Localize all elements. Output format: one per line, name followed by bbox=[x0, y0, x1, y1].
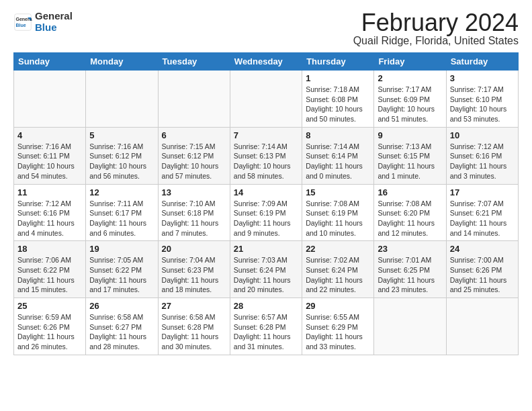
day-info: Sunrise: 7:02 AM Sunset: 6:24 PM Dayligh… bbox=[306, 255, 370, 295]
calendar-cell: 29Sunrise: 6:55 AM Sunset: 6:29 PM Dayli… bbox=[302, 298, 374, 355]
day-number: 9 bbox=[378, 130, 442, 140]
day-info: Sunrise: 7:13 AM Sunset: 6:15 PM Dayligh… bbox=[378, 142, 442, 181]
day-info: Sunrise: 7:08 AM Sunset: 6:19 PM Dayligh… bbox=[306, 199, 370, 238]
calendar-cell: 9Sunrise: 7:13 AM Sunset: 6:15 PM Daylig… bbox=[374, 127, 446, 184]
day-info: Sunrise: 7:17 AM Sunset: 6:09 PM Dayligh… bbox=[378, 85, 442, 124]
day-info: Sunrise: 7:03 AM Sunset: 6:24 PM Dayligh… bbox=[234, 255, 298, 295]
calendar-day-header: Tuesday bbox=[158, 53, 230, 71]
day-info: Sunrise: 6:57 AM Sunset: 6:28 PM Dayligh… bbox=[234, 312, 298, 352]
day-info: Sunrise: 7:16 AM Sunset: 6:12 PM Dayligh… bbox=[89, 142, 154, 181]
title-block: February 2024 Quail Ridge, Florida, Unit… bbox=[353, 11, 519, 47]
calendar-day-header: Friday bbox=[374, 53, 446, 71]
calendar-day-header: Wednesday bbox=[230, 53, 302, 71]
calendar-cell: 19Sunrise: 7:05 AM Sunset: 6:22 PM Dayli… bbox=[86, 241, 158, 298]
calendar-cell bbox=[158, 71, 230, 128]
day-info: Sunrise: 7:07 AM Sunset: 6:21 PM Dayligh… bbox=[450, 199, 515, 238]
calendar-week-row: 18Sunrise: 7:06 AM Sunset: 6:22 PM Dayli… bbox=[14, 241, 519, 298]
day-info: Sunrise: 7:04 AM Sunset: 6:23 PM Dayligh… bbox=[162, 255, 226, 295]
day-info: Sunrise: 7:10 AM Sunset: 6:18 PM Dayligh… bbox=[162, 199, 226, 238]
calendar-cell bbox=[374, 298, 446, 355]
calendar-cell: 3Sunrise: 7:17 AM Sunset: 6:10 PM Daylig… bbox=[446, 71, 518, 128]
calendar-cell: 12Sunrise: 7:11 AM Sunset: 6:17 PM Dayli… bbox=[86, 184, 158, 241]
day-info: Sunrise: 7:06 AM Sunset: 6:22 PM Dayligh… bbox=[17, 255, 82, 295]
day-number: 23 bbox=[378, 244, 442, 254]
day-info: Sunrise: 7:15 AM Sunset: 6:12 PM Dayligh… bbox=[162, 142, 226, 181]
calendar-cell bbox=[230, 71, 302, 128]
day-number: 26 bbox=[89, 301, 154, 311]
day-number: 6 bbox=[162, 130, 226, 140]
day-info: Sunrise: 7:11 AM Sunset: 6:17 PM Dayligh… bbox=[89, 199, 154, 238]
day-info: Sunrise: 7:16 AM Sunset: 6:11 PM Dayligh… bbox=[17, 142, 82, 181]
calendar-cell: 23Sunrise: 7:01 AM Sunset: 6:25 PM Dayli… bbox=[374, 241, 446, 298]
day-info: Sunrise: 6:58 AM Sunset: 6:27 PM Dayligh… bbox=[89, 312, 154, 352]
calendar-week-row: 4Sunrise: 7:16 AM Sunset: 6:11 PM Daylig… bbox=[14, 127, 519, 184]
day-info: Sunrise: 7:14 AM Sunset: 6:13 PM Dayligh… bbox=[234, 142, 298, 181]
calendar-cell: 15Sunrise: 7:08 AM Sunset: 6:19 PM Dayli… bbox=[302, 184, 374, 241]
day-info: Sunrise: 7:00 AM Sunset: 6:26 PM Dayligh… bbox=[450, 255, 515, 295]
calendar-cell: 21Sunrise: 7:03 AM Sunset: 6:24 PM Dayli… bbox=[230, 241, 302, 298]
calendar-day-header: Sunday bbox=[14, 53, 86, 71]
calendar-cell: 2Sunrise: 7:17 AM Sunset: 6:09 PM Daylig… bbox=[374, 71, 446, 128]
calendar-day-header: Monday bbox=[86, 53, 158, 71]
day-number: 15 bbox=[306, 187, 370, 197]
day-info: Sunrise: 6:59 AM Sunset: 6:26 PM Dayligh… bbox=[17, 312, 82, 352]
day-number: 7 bbox=[234, 130, 298, 140]
day-info: Sunrise: 7:05 AM Sunset: 6:22 PM Dayligh… bbox=[89, 255, 154, 295]
calendar-cell: 14Sunrise: 7:09 AM Sunset: 6:19 PM Dayli… bbox=[230, 184, 302, 241]
day-number: 4 bbox=[17, 130, 82, 140]
calendar-cell bbox=[14, 71, 86, 128]
day-info: Sunrise: 6:58 AM Sunset: 6:28 PM Dayligh… bbox=[162, 312, 226, 352]
calendar-cell: 16Sunrise: 7:08 AM Sunset: 6:20 PM Dayli… bbox=[374, 184, 446, 241]
day-number: 22 bbox=[306, 244, 370, 254]
calendar-week-row: 25Sunrise: 6:59 AM Sunset: 6:26 PM Dayli… bbox=[14, 298, 519, 355]
calendar-day-header: Thursday bbox=[302, 53, 374, 71]
day-number: 21 bbox=[234, 244, 298, 254]
calendar-cell: 13Sunrise: 7:10 AM Sunset: 6:18 PM Dayli… bbox=[158, 184, 230, 241]
day-number: 17 bbox=[450, 187, 515, 197]
day-info: Sunrise: 7:01 AM Sunset: 6:25 PM Dayligh… bbox=[378, 255, 442, 295]
location-text: Quail Ridge, Florida, United States bbox=[353, 35, 519, 47]
day-info: Sunrise: 7:09 AM Sunset: 6:19 PM Dayligh… bbox=[234, 199, 298, 238]
calendar-table: SundayMondayTuesdayWednesdayThursdayFrid… bbox=[13, 52, 519, 355]
calendar-cell: 28Sunrise: 6:57 AM Sunset: 6:28 PM Dayli… bbox=[230, 298, 302, 355]
calendar-cell: 5Sunrise: 7:16 AM Sunset: 6:12 PM Daylig… bbox=[86, 127, 158, 184]
day-number: 28 bbox=[234, 301, 298, 311]
day-info: Sunrise: 7:12 AM Sunset: 6:16 PM Dayligh… bbox=[450, 142, 515, 181]
day-info: Sunrise: 7:17 AM Sunset: 6:10 PM Dayligh… bbox=[450, 85, 515, 124]
day-number: 11 bbox=[17, 187, 82, 197]
day-info: Sunrise: 7:12 AM Sunset: 6:16 PM Dayligh… bbox=[17, 199, 82, 238]
calendar-cell: 25Sunrise: 6:59 AM Sunset: 6:26 PM Dayli… bbox=[14, 298, 86, 355]
calendar-cell: 7Sunrise: 7:14 AM Sunset: 6:13 PM Daylig… bbox=[230, 127, 302, 184]
calendar-week-row: 11Sunrise: 7:12 AM Sunset: 6:16 PM Dayli… bbox=[14, 184, 519, 241]
calendar-cell: 27Sunrise: 6:58 AM Sunset: 6:28 PM Dayli… bbox=[158, 298, 230, 355]
calendar-cell: 8Sunrise: 7:14 AM Sunset: 6:14 PM Daylig… bbox=[302, 127, 374, 184]
day-number: 16 bbox=[378, 187, 442, 197]
calendar-cell: 26Sunrise: 6:58 AM Sunset: 6:27 PM Dayli… bbox=[86, 298, 158, 355]
day-number: 18 bbox=[17, 244, 82, 254]
day-number: 19 bbox=[89, 244, 154, 254]
calendar-cell: 20Sunrise: 7:04 AM Sunset: 6:23 PM Dayli… bbox=[158, 241, 230, 298]
logo-general-text: General bbox=[35, 11, 73, 22]
calendar-cell: 17Sunrise: 7:07 AM Sunset: 6:21 PM Dayli… bbox=[446, 184, 518, 241]
calendar-cell: 24Sunrise: 7:00 AM Sunset: 6:26 PM Dayli… bbox=[446, 241, 518, 298]
calendar-cell: 6Sunrise: 7:15 AM Sunset: 6:12 PM Daylig… bbox=[158, 127, 230, 184]
calendar-header-row: SundayMondayTuesdayWednesdayThursdayFrid… bbox=[14, 53, 519, 71]
day-number: 29 bbox=[306, 301, 370, 311]
day-number: 20 bbox=[162, 244, 226, 254]
calendar-cell bbox=[446, 298, 518, 355]
day-info: Sunrise: 6:55 AM Sunset: 6:29 PM Dayligh… bbox=[306, 312, 370, 352]
day-number: 27 bbox=[162, 301, 226, 311]
calendar-cell: 11Sunrise: 7:12 AM Sunset: 6:16 PM Dayli… bbox=[14, 184, 86, 241]
day-number: 8 bbox=[306, 130, 370, 140]
header: General Blue General Blue February 2024 … bbox=[13, 11, 519, 47]
day-number: 25 bbox=[17, 301, 82, 311]
day-info: Sunrise: 7:14 AM Sunset: 6:14 PM Dayligh… bbox=[306, 142, 370, 181]
calendar-cell: 4Sunrise: 7:16 AM Sunset: 6:11 PM Daylig… bbox=[14, 127, 86, 184]
logo-icon: General Blue bbox=[13, 13, 32, 32]
day-info: Sunrise: 7:18 AM Sunset: 6:08 PM Dayligh… bbox=[306, 85, 370, 124]
day-number: 24 bbox=[450, 244, 515, 254]
day-number: 5 bbox=[89, 130, 154, 140]
month-title: February 2024 bbox=[353, 11, 519, 35]
day-number: 13 bbox=[162, 187, 226, 197]
day-number: 3 bbox=[450, 73, 515, 83]
